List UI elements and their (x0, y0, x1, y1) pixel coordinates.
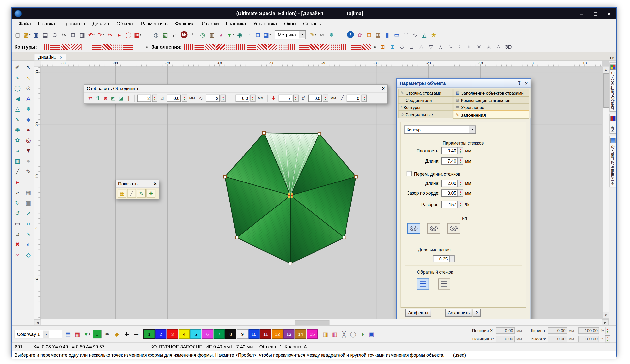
close-icon[interactable]: × (382, 86, 385, 91)
menu-item[interactable]: Файл (15, 20, 34, 27)
redo-icon[interactable]: ↷ (96, 30, 105, 39)
fill-style-1[interactable] (184, 44, 194, 49)
mirror-both-icon[interactable]: ⊕ (102, 94, 109, 102)
color-swatch[interactable]: 13 (283, 329, 294, 339)
target-tool-icon[interactable]: ◎ (23, 135, 34, 145)
close-icon[interactable]: × (525, 81, 528, 86)
vector-file-icon[interactable]: ▧ (161, 30, 170, 39)
params-tab[interactable]: ✎ Строчка стразами (398, 89, 453, 97)
sequin-spacing-icon[interactable]: ∥ (125, 94, 132, 102)
fill-style-10[interactable] (278, 44, 288, 49)
menu-item[interactable]: Просмотр (58, 20, 88, 27)
design-sequence-icon[interactable]: ≡ (142, 30, 151, 39)
contour-type-2-button[interactable] (427, 223, 440, 233)
node-handle[interactable] (224, 175, 226, 178)
spinner[interactable] (362, 94, 367, 102)
count-field[interactable]: 2 (137, 94, 151, 102)
design-tool-icon[interactable]: ✐ (12, 62, 22, 72)
pos-y-field[interactable]: 0.00 (496, 336, 515, 342)
color-swatch[interactable]: 6 (202, 329, 213, 339)
stitch-list-icon[interactable]: ▦ (133, 30, 142, 39)
triangle-up-icon[interactable]: △ (417, 43, 426, 50)
freehand-icon[interactable]: ✑ (318, 30, 327, 39)
grid-tool-icon[interactable]: ▦ (23, 187, 34, 197)
outline-style-9[interactable] (123, 44, 133, 49)
close-button[interactable]: × (602, 8, 616, 19)
print-preview-icon[interactable]: ⊙ (50, 30, 59, 39)
count2-field[interactable]: 2 (206, 94, 220, 102)
params-tab[interactable]: ▦ Заполнение объектов стразами (453, 89, 529, 97)
spinner[interactable] (458, 147, 463, 154)
tab-scroll-right-icon[interactable]: ▸ (613, 56, 614, 60)
fill-style-16[interactable] (341, 44, 350, 49)
tab-color-object-list[interactable]: Список Цвет-Объект (610, 62, 616, 112)
fill-style-17[interactable] (351, 44, 361, 49)
backstitch-option-1-button[interactable] (417, 278, 429, 289)
copy-icon[interactable]: ⊞ (69, 30, 78, 39)
diamond-tool-icon[interactable]: ◆ (23, 114, 34, 124)
horizontal-scroll-thumb[interactable] (295, 320, 330, 325)
params-tab[interactable]: ▩ Компенсация стягивания (453, 96, 529, 104)
tab-close-icon[interactable]: × (60, 55, 62, 59)
favorites-icon[interactable]: ★ (429, 30, 438, 39)
offset-field[interactable]: 0.0 (236, 94, 249, 102)
fill-style-2[interactable] (195, 44, 204, 49)
points-tool-icon[interactable]: ∷ (23, 177, 34, 186)
outline-style-10[interactable] (134, 44, 143, 49)
more-tools-icon[interactable]: » (12, 187, 22, 197)
wave-icon[interactable]: ∿ (446, 43, 455, 50)
move-snap-icon[interactable]: → (336, 30, 346, 39)
eyedropper-icon[interactable]: ✒ (103, 330, 112, 339)
distribute-vertical-icon[interactable]: ⇅ (94, 94, 102, 102)
rings-icon[interactable]: ◎ (198, 30, 207, 39)
flip-diagonal-icon[interactable]: ◩ (110, 94, 117, 102)
fill-style-12[interactable] (299, 44, 309, 49)
params-tab[interactable]: ✎ Заполнения (453, 111, 529, 119)
no-color-icon[interactable]: ╳ (340, 330, 348, 339)
node-handle[interactable] (318, 133, 321, 135)
spinner[interactable] (458, 180, 463, 187)
home-icon[interactable]: ⌂ (170, 30, 179, 39)
monitor-color-icon[interactable]: ▣ (367, 330, 376, 339)
mirror-horizontal-icon[interactable]: ⇄ (86, 94, 94, 102)
spinner[interactable] (458, 189, 463, 197)
pos-x-field[interactable]: 0.00 (496, 327, 515, 334)
maximize-button[interactable]: □ (588, 8, 602, 19)
width-field[interactable]: 0.00 (548, 327, 567, 334)
menu-item[interactable]: Окно (280, 20, 299, 27)
spinner[interactable] (182, 94, 187, 102)
shape-edit-tool-icon[interactable]: ↖ (23, 73, 34, 82)
embroidery-object-umbrella[interactable] (221, 125, 360, 267)
remove-color-button[interactable]: − (132, 330, 140, 339)
node-handle[interactable] (343, 236, 346, 239)
outline-style-7[interactable] (102, 44, 112, 49)
palette-icon[interactable]: ◕ (217, 30, 226, 39)
color-grid2-icon[interactable]: ⊞ (388, 43, 397, 50)
spinner[interactable] (605, 335, 610, 343)
slope-icon[interactable]: ⊿ (407, 43, 416, 50)
outline-style-1[interactable] (40, 44, 49, 49)
show-points-icon[interactable]: ✎ (137, 189, 146, 197)
peak-icon[interactable]: ∧ (436, 43, 445, 50)
length2-field[interactable]: 2.00 (442, 180, 458, 187)
diameter-field[interactable]: 0.0 (308, 94, 322, 102)
hoop-ring-icon[interactable]: ○ (244, 30, 253, 39)
sequin-icon[interactable]: ✚ (270, 94, 277, 102)
spinner[interactable] (605, 327, 610, 334)
height-field[interactable]: 0.00 (548, 336, 567, 342)
menu-item[interactable]: Разместить (137, 20, 172, 27)
curve-tool-icon[interactable]: ∿ (12, 73, 22, 82)
document-tab[interactable]: Дизайн1 × (34, 54, 66, 60)
fill-style-13[interactable] (310, 44, 319, 49)
variable-length-checkbox[interactable] (406, 171, 412, 176)
pin-icon[interactable]: ↧ (518, 80, 521, 86)
spinner[interactable] (293, 94, 298, 102)
open-design-icon[interactable]: ▨ (22, 30, 32, 39)
more-outlines-chevron-icon[interactable]: » (146, 45, 148, 49)
globe-icon[interactable]: ◍ (152, 30, 161, 39)
node-handle[interactable] (289, 262, 292, 265)
petal-tool-icon[interactable]: ✿ (12, 135, 22, 145)
snowflake-effect-icon[interactable]: ❄ (327, 30, 336, 39)
fill-style-6[interactable] (236, 44, 246, 49)
close-icon[interactable]: × (154, 181, 156, 187)
